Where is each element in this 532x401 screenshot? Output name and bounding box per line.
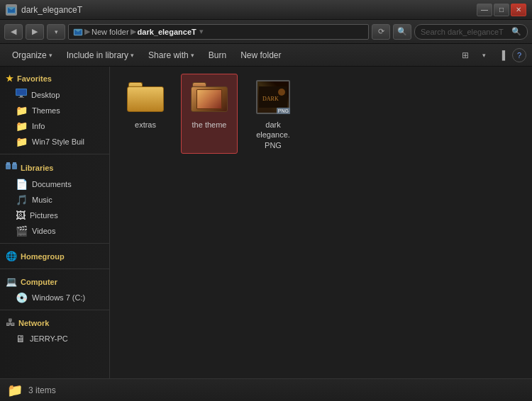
pictures-label: Pictures — [30, 211, 58, 220]
theme-folder-icon — [191, 82, 228, 112]
sidebar-item-info[interactable]: 📁 Info — [0, 118, 109, 134]
computer-icon: 💻 — [6, 276, 17, 287]
content-area: extras the theme — [110, 67, 532, 378]
status-item-count: 3 items — [28, 385, 56, 395]
extras-folder-icon — [127, 82, 164, 112]
back-button[interactable]: ◀ — [4, 24, 23, 40]
file-item-extras[interactable]: extras — [117, 74, 174, 154]
computer-header[interactable]: 💻 Computer — [0, 273, 109, 290]
music-icon: 🎵 — [16, 194, 28, 205]
file-item-theme[interactable]: the theme — [181, 74, 238, 154]
folder-icon-win7: 📁 — [16, 136, 28, 147]
close-button[interactable]: ✕ — [511, 4, 526, 16]
divider-4 — [0, 310, 109, 310]
main-area: ★ Favorites Desktop 📁 Themes — [0, 67, 532, 378]
share-with-button[interactable]: Share with ▾ — [142, 47, 201, 64]
svg-rect-12 — [6, 162, 10, 165]
sidebar-item-videos[interactable]: 🎬 Videos — [0, 223, 109, 239]
libraries-header[interactable]: Libraries — [0, 159, 109, 176]
sidebar-item-themes[interactable]: 📁 Themes — [0, 103, 109, 118]
jerry-pc-icon: 🖥 — [16, 333, 26, 344]
search-box[interactable]: Search dark_eleganceT 🔍 — [414, 24, 528, 40]
network-icon: 🖧 — [6, 317, 15, 328]
sidebar-item-music[interactable]: 🎵 Music — [0, 192, 109, 208]
include-dropdown-arrow: ▾ — [131, 52, 134, 59]
burn-label: Burn — [209, 50, 226, 60]
sidebar-item-windows[interactable]: 💿 Windows 7 (C:) — [0, 290, 109, 305]
refresh-button[interactable]: ⟳ — [372, 24, 390, 40]
include-library-button[interactable]: Include in library ▾ — [60, 47, 140, 64]
music-label: Music — [32, 196, 52, 204]
organize-button[interactable]: Organize ▾ — [6, 47, 59, 64]
homegroup-icon: 🌐 — [6, 251, 17, 261]
info-label: Info — [32, 122, 45, 130]
win7-label: Win7 Style Buil — [32, 137, 84, 146]
window-controls: — □ ✕ — [477, 4, 526, 16]
window-title: dark_eleganceT — [21, 5, 82, 15]
title-bar-left: dark_eleganceT — [6, 4, 82, 16]
organize-label: Organize — [12, 50, 47, 60]
theme-folder-icon-wrap — [189, 77, 229, 117]
sidebar-item-win7[interactable]: 📁 Win7 Style Buil — [0, 134, 109, 149]
folder-back — [127, 86, 164, 112]
network-header[interactable]: 🖧 Network — [0, 315, 109, 331]
search-nav-button[interactable]: 🔍 — [393, 24, 411, 40]
new-folder-button[interactable]: New folder — [234, 47, 287, 64]
favorites-header[interactable]: ★ Favorites — [0, 71, 109, 86]
sidebar-item-documents[interactable]: 📄 Documents — [0, 176, 109, 192]
address-bar: ◀ ▶ ▾ ▶ New folder ▶ dark_eleganceT ▾ ⟳ … — [0, 20, 532, 44]
breadcrumb[interactable]: ▶ New folder ▶ dark_eleganceT ▾ — [68, 24, 369, 40]
sidebar-item-desktop[interactable]: Desktop — [0, 86, 109, 103]
help-button[interactable]: ? — [512, 48, 526, 62]
forward-button[interactable]: ▶ — [26, 24, 44, 40]
svg-rect-7 — [16, 89, 26, 95]
view-grid-button[interactable]: ⊞ — [457, 47, 474, 64]
extras-folder-icon-wrap — [126, 77, 165, 117]
breadcrumb-parent[interactable]: New folder — [92, 28, 129, 36]
svg-rect-9 — [18, 97, 24, 98]
computer-label: Computer — [21, 278, 57, 286]
network-section: 🖧 Network 🖥 JERRY-PC — [0, 315, 109, 346]
svg-rect-13 — [13, 162, 16, 165]
favorites-section: ★ Favorites Desktop 📁 Themes — [0, 71, 109, 149]
favorites-label: Favorites — [17, 74, 52, 83]
documents-icon: 📄 — [16, 179, 28, 190]
desktop-icon — [16, 89, 27, 101]
libraries-label: Libraries — [21, 164, 53, 172]
minimize-button[interactable]: — — [477, 4, 492, 16]
view-preview-button[interactable]: ▐ — [494, 47, 511, 64]
share-dropdown-arrow: ▾ — [191, 52, 194, 59]
homegroup-section: 🌐 Homegroup — [0, 248, 109, 264]
windows-drive-label: Windows 7 (C:) — [32, 293, 85, 302]
breadcrumb-current[interactable]: dark_eleganceT — [138, 28, 196, 36]
libraries-icon — [6, 162, 17, 174]
toolbar: Organize ▾ Include in library ▾ Share wi… — [0, 44, 532, 67]
homegroup-label: Homegroup — [21, 252, 65, 261]
sidebar-item-jerry-pc[interactable]: 🖥 JERRY-PC — [0, 331, 109, 346]
computer-section: 💻 Computer 💿 Windows 7 (C:) — [0, 273, 109, 305]
file-item-png[interactable]: DARK PNG dark elegance. PNG — [245, 74, 301, 154]
share-label: Share with — [148, 50, 189, 60]
title-bar: dark_eleganceT — □ ✕ — [0, 0, 532, 20]
recent-locations-button[interactable]: ▾ — [47, 24, 65, 40]
sidebar-item-pictures[interactable]: 🖼 Pictures — [0, 208, 109, 223]
include-library-label: Include in library — [67, 50, 128, 60]
status-folder-icon: 📁 — [7, 383, 23, 398]
homegroup-header[interactable]: 🌐 Homegroup — [0, 248, 109, 264]
folder-icon-themes: 📁 — [16, 105, 28, 116]
desktop-label: Desktop — [31, 91, 60, 99]
window-icon — [6, 4, 17, 16]
png-label: dark elegance. PNG — [248, 120, 298, 150]
toolbar-right: ⊞ ▾ ▐ ? — [457, 47, 526, 64]
breadcrumb-dropdown[interactable]: ▾ — [199, 27, 204, 36]
search-placeholder: Search dark_eleganceT — [421, 28, 504, 36]
extras-label: extras — [135, 120, 156, 130]
divider-1 — [0, 154, 109, 154]
view-dropdown-button[interactable]: ▾ — [475, 47, 492, 64]
star-icon: ★ — [6, 74, 13, 84]
videos-label: Videos — [32, 227, 55, 235]
maximize-button[interactable]: □ — [494, 4, 509, 16]
png-badge: PNG — [277, 108, 290, 114]
burn-button[interactable]: Burn — [202, 47, 233, 64]
status-bar: 📁 3 items — [0, 378, 532, 401]
